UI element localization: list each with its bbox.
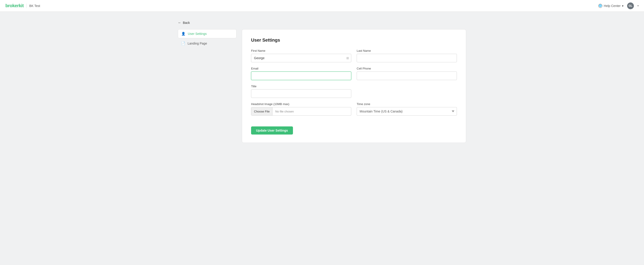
- form-row-name: First Name ⊞ Last Name: [251, 49, 457, 62]
- last-name-input[interactable]: [357, 54, 457, 62]
- update-user-settings-button[interactable]: Update User Settings: [251, 126, 293, 135]
- sidebar-item-landing-page[interactable]: 📄 Landing Page: [178, 39, 236, 48]
- help-center-button[interactable]: 🌐 Help Center ▾: [598, 4, 624, 8]
- sidebar-item-user-settings-label: User Settings: [188, 32, 207, 35]
- brand-logo: brokerkit: [6, 3, 24, 8]
- file-name-display: No file chosen: [272, 110, 351, 113]
- contact-card-icon: ⊞: [346, 56, 349, 60]
- sidebar-item-landing-page-label: Landing Page: [188, 42, 207, 45]
- form-group-first-name: First Name ⊞: [251, 49, 351, 62]
- help-center-label: Help Center: [604, 4, 620, 8]
- form-group-headshot: Headshot Image (10MB max) Choose File No…: [251, 102, 351, 116]
- form-group-title: Title: [251, 85, 351, 98]
- avatar-initials: GL: [629, 4, 632, 7]
- form-row-headshot-timezone: Headshot Image (10MB max) Choose File No…: [251, 102, 457, 116]
- title-input[interactable]: [251, 89, 351, 98]
- page-content: ← Back 👤 User Settings 📄 Landing Page Us…: [164, 12, 480, 152]
- first-name-input[interactable]: [251, 54, 351, 62]
- back-arrow-icon: ←: [178, 21, 182, 25]
- navbar: brokerkit BK Test 🌐 Help Center ▾ GL ▾: [0, 0, 644, 12]
- globe-icon: 🌐: [598, 4, 602, 8]
- first-name-input-wrapper: ⊞: [251, 54, 351, 62]
- form-row-title: Title: [251, 85, 351, 98]
- first-name-label: First Name: [251, 49, 351, 52]
- user-settings-icon: 👤: [181, 32, 186, 36]
- avatar-dropdown-arrow[interactable]: ▾: [638, 4, 638, 7]
- cell-phone-input[interactable]: [357, 71, 457, 80]
- file-input-wrapper: Choose File No file chosen: [251, 107, 351, 116]
- timezone-label: Time zone: [357, 102, 457, 106]
- layout: 👤 User Settings 📄 Landing Page User Sett…: [178, 29, 466, 143]
- last-name-label: Last Name: [357, 49, 457, 52]
- brand-title: BK Test: [29, 4, 40, 8]
- main-card: User Settings First Name ⊞ Last Name: [242, 29, 466, 143]
- card-title: User Settings: [251, 37, 457, 43]
- form-group-timezone: Time zone Mountain Time (US & Canada) Ea…: [357, 102, 457, 116]
- email-label: Email: [251, 67, 351, 70]
- form-row-contact: Email Cell Phone: [251, 67, 457, 80]
- sidebar: 👤 User Settings 📄 Landing Page: [178, 29, 236, 143]
- landing-page-icon: 📄: [181, 41, 185, 45]
- brand-separator: [26, 3, 26, 8]
- sidebar-item-user-settings[interactable]: 👤 User Settings: [178, 29, 236, 38]
- back-label: Back: [183, 21, 190, 24]
- help-center-chevron: ▾: [622, 4, 624, 8]
- cell-phone-label: Cell Phone: [357, 67, 457, 70]
- back-link[interactable]: ← Back: [178, 21, 190, 25]
- headshot-label: Headshot Image (10MB max): [251, 102, 351, 106]
- choose-file-button[interactable]: Choose File: [251, 107, 272, 115]
- title-label: Title: [251, 85, 351, 88]
- form-group-email: Email: [251, 67, 351, 80]
- email-input[interactable]: [251, 71, 351, 80]
- avatar-button[interactable]: GL: [627, 2, 634, 9]
- navbar-right: 🌐 Help Center ▾ GL ▾: [598, 2, 638, 9]
- form-group-cell-phone: Cell Phone: [357, 67, 457, 80]
- navbar-brand: brokerkit BK Test: [6, 3, 40, 8]
- timezone-select[interactable]: Mountain Time (US & Canada) Eastern Time…: [357, 107, 457, 116]
- form-group-last-name: Last Name: [357, 49, 457, 62]
